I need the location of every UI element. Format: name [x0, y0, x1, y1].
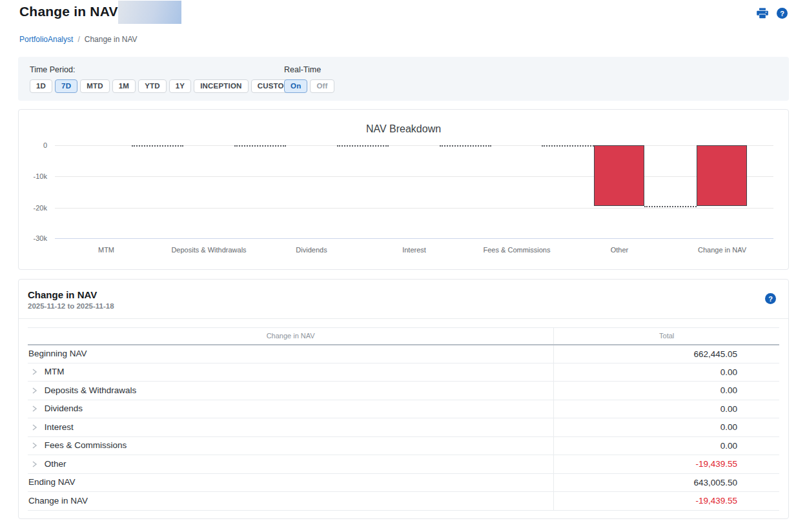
waterfall-connector	[440, 145, 492, 147]
waterfall-plot-area: 0-10k-20k-30k	[55, 145, 773, 239]
table-row-fees-commissions: Fees & Commissions 0.00	[28, 436, 779, 455]
row-label: Other	[45, 459, 66, 469]
x-axis-category-label-deposits-withdrawals: Deposits & Withdrawals	[158, 246, 260, 254]
page-title: Change in NAV	[19, 4, 118, 19]
time-period-label: Time Period:	[30, 65, 284, 74]
realtime-toggle: OnOff	[284, 79, 334, 93]
time-period-button-7d[interactable]: 7D	[55, 79, 77, 93]
breadcrumb-separator: /	[77, 35, 79, 44]
chevron-right-icon[interactable]	[32, 367, 37, 377]
time-period-button-mtd[interactable]: MTD	[80, 79, 110, 93]
help-glyph: ?	[780, 10, 784, 17]
table-date-range: 2025-11-12 to 2025-11-18	[28, 302, 779, 310]
table-row-change-in-nav: Change in NAV -19,439.55	[28, 492, 779, 511]
chevron-right-icon[interactable]	[32, 404, 37, 414]
column-header-change-in-nav: Change in NAV	[28, 328, 554, 345]
row-value: 0.00	[554, 418, 779, 437]
y-axis-tick-label: 0	[43, 141, 47, 149]
row-value: 0.00	[554, 400, 779, 418]
y-axis-tick-label: -10k	[34, 172, 47, 180]
breadcrumb-link-portfolioanalyst[interactable]: PortfolioAnalyst	[19, 35, 73, 44]
realtime-button-on[interactable]: On	[284, 79, 307, 93]
x-axis-category-label-mtm: MTM	[55, 246, 158, 254]
table-row-dividends: Dividends 0.00	[28, 400, 779, 418]
waterfall-connector	[644, 206, 697, 207]
row-value: 643,005.50	[554, 473, 779, 492]
row-label: Deposits & Withdrawals	[45, 385, 137, 395]
waterfall-connector	[542, 145, 594, 147]
waterfall-bar-change-in-nav[interactable]	[697, 145, 747, 206]
time-period-buttons: 1D7DMTD1MYTD1YINCEPTIONCUSTOM	[30, 79, 284, 93]
time-period-group: Time Period: 1D7DMTD1MYTD1YINCEPTIONCUST…	[30, 65, 284, 92]
chevron-right-icon[interactable]	[32, 386, 37, 396]
gridline	[55, 176, 773, 177]
row-value: -19,439.55	[554, 455, 779, 474]
waterfall-connector	[132, 145, 184, 147]
y-axis-tick-label: -30k	[34, 234, 47, 242]
gridline	[55, 208, 773, 209]
table-row-interest: Interest 0.00	[28, 418, 779, 437]
x-axis-category-label-interest: Interest	[363, 246, 465, 254]
change-in-nav-table-card: Change in NAV 2025-11-12 to 2025-11-18 ?…	[18, 279, 789, 519]
x-axis-category-label-change-in-nav: Change in NAV	[671, 246, 773, 254]
filter-bar: Time Period: 1D7DMTD1MYTD1YINCEPTIONCUST…	[18, 57, 789, 101]
realtime-group: Real-Time OnOff	[284, 65, 334, 92]
x-axis-line	[55, 238, 773, 239]
row-label: Change in NAV	[28, 496, 88, 506]
row-value: 0.00	[554, 382, 779, 400]
row-label: Fees & Commissions	[45, 440, 127, 450]
row-label: Interest	[45, 422, 74, 432]
breadcrumb-current: Change in NAV	[85, 35, 138, 44]
time-period-button-ytd[interactable]: YTD	[138, 79, 167, 93]
change-in-nav-table: Change in NAV Total Beginning NAV 662,44…	[28, 327, 779, 511]
y-axis-tick-label: -20k	[34, 204, 47, 212]
time-period-button-1y[interactable]: 1Y	[169, 79, 191, 93]
print-icon[interactable]	[757, 8, 768, 19]
row-value: -19,439.55	[554, 492, 779, 511]
x-axis-category-label-other: Other	[568, 246, 671, 254]
table-header-row: Change in NAV Total	[28, 328, 779, 345]
waterfall-connector	[234, 145, 287, 147]
table-row-beginning-nav: Beginning NAV 662,445.05	[28, 345, 779, 363]
chevron-right-icon[interactable]	[32, 441, 37, 451]
row-label: Beginning NAV	[28, 349, 87, 358]
x-axis-category-label-dividends: Dividends	[260, 246, 363, 254]
row-label: Ending NAV	[28, 477, 76, 487]
table-row-other: Other -19,439.55	[28, 455, 779, 474]
table-row-deposits-withdrawals: Deposits & Withdrawals 0.00	[28, 382, 779, 400]
nav-breakdown-chart-card: NAV Breakdown 0-10k-20k-30k MTMDeposits …	[18, 109, 789, 270]
chevron-right-icon[interactable]	[32, 423, 37, 433]
chart-title: NAV Breakdown	[19, 123, 788, 135]
row-value: 0.00	[554, 436, 779, 455]
realtime-label: Real-Time	[284, 65, 334, 74]
page-header: Change in NAV ?	[0, 0, 807, 27]
time-period-button-1d[interactable]: 1D	[30, 79, 52, 93]
table-help-icon[interactable]: ?	[765, 293, 776, 304]
row-value: 662,445.05	[554, 345, 779, 363]
x-axis-category-label-fees-commissions: Fees & Commissions	[465, 246, 568, 254]
chevron-right-icon[interactable]	[32, 460, 37, 469]
waterfall-bar-other[interactable]	[594, 145, 644, 206]
waterfall-connector	[337, 145, 389, 147]
table-row-mtm: MTM 0.00	[28, 363, 779, 382]
breadcrumb: PortfolioAnalyst / Change in NAV	[19, 35, 788, 44]
time-period-button-inception[interactable]: INCEPTION	[194, 79, 248, 93]
header-icons: ?	[757, 8, 788, 19]
time-period-button-1m[interactable]: 1M	[112, 79, 136, 93]
help-glyph: ?	[768, 295, 773, 303]
divider	[19, 318, 788, 319]
table-title: Change in NAV	[28, 289, 779, 300]
realtime-button-off[interactable]: Off	[310, 79, 334, 93]
column-header-total: Total	[554, 328, 779, 345]
redacted-account-blur	[118, 1, 181, 24]
row-value: 0.00	[554, 363, 779, 382]
row-label: Dividends	[45, 404, 83, 413]
table-row-ending-nav: Ending NAV 643,005.50	[28, 473, 779, 492]
help-icon[interactable]: ?	[777, 8, 788, 19]
x-axis-category-labels: MTMDeposits & WithdrawalsDividendsIntere…	[55, 246, 773, 254]
row-label: MTM	[45, 367, 65, 376]
